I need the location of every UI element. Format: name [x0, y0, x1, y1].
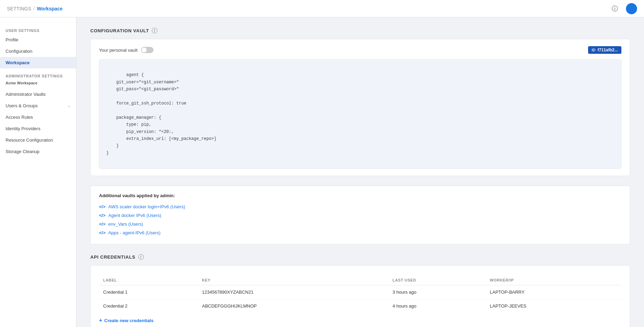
vault-id-label: ID	[592, 48, 595, 52]
api-credentials-title: API CREDENTIALS i	[90, 254, 630, 260]
configuration-vault-title: CONFIGURATION VAULT i	[90, 28, 630, 33]
api-credentials-card: LABEL KEY LAST USED WORKER/IP Credential…	[90, 265, 630, 327]
help-icon: ⓘ	[612, 5, 618, 13]
vault-id-value: f711afb2...	[597, 48, 618, 52]
help-button[interactable]: ⓘ	[609, 3, 620, 14]
additional-vaults-card: Additional vaults applied by admin: </> …	[90, 186, 630, 244]
user-settings-label: USER SETTINGS	[0, 23, 76, 34]
admin-settings-label: ADMINISTRATOR SETTINGS	[0, 68, 76, 79]
breadcrumb-separator: /	[33, 6, 35, 11]
admin-workspace-name: Acme Workspace	[0, 79, 76, 89]
sidebar: USER SETTINGS Profile Configuration Work…	[0, 17, 76, 327]
sidebar-item-identity-providers[interactable]: Identity Providers	[0, 123, 76, 134]
api-credentials-title-text: API CREDENTIALS	[90, 254, 135, 260]
avatar-icon: 👤	[628, 5, 635, 12]
breadcrumb-active: Workspace	[37, 6, 63, 11]
header-icons: ⓘ 👤	[609, 3, 637, 14]
sidebar-item-label-admin-vaults: Administrator Vaults	[6, 92, 46, 97]
vault-link-0[interactable]: </> AWS scaler docker login+IPv6 (Users)	[99, 202, 621, 211]
table-row: Credential 2 ABCDEFGGGHIJKLMNOP 4 hours …	[99, 299, 621, 313]
configuration-vault-title-text: CONFIGURATION VAULT	[90, 28, 149, 33]
vault-link-label-1: Agent docker IPv6 (Users)	[108, 213, 161, 218]
vault-id-badge: ID f711afb2...	[588, 46, 621, 54]
cred-worker-1: LAPTOP-JEEVES	[486, 299, 621, 313]
breadcrumb-root: SETTINGS	[7, 6, 31, 11]
sidebar-item-workspace[interactable]: Workspace	[0, 57, 76, 68]
th-worker: WORKER/IP	[486, 275, 621, 285]
cred-key-0: 1234567890XYZABCN21	[198, 285, 389, 299]
vault-link-1[interactable]: </> Agent docker IPv6 (Users)	[99, 211, 621, 220]
vault-link-label-2: env_Vars (Users)	[108, 221, 143, 227]
table-header-row: LABEL KEY LAST USED WORKER/IP	[99, 275, 621, 285]
user-avatar[interactable]: 👤	[626, 3, 637, 14]
chevron-down-icon: ⌄	[67, 103, 71, 108]
sidebar-item-profile[interactable]: Profile	[0, 34, 76, 45]
sidebar-item-resource-configuration[interactable]: Resource Configuration	[0, 134, 76, 146]
cred-last-used-1: 4 hours ago	[388, 299, 486, 313]
sidebar-item-configuration[interactable]: Configuration	[0, 45, 76, 57]
configuration-vault-info-icon[interactable]: i	[152, 28, 157, 33]
layout: USER SETTINGS Profile Configuration Work…	[0, 17, 644, 327]
table-row: Credential 1 1234567890XYZABCN21 3 hours…	[99, 285, 621, 299]
vault-link-2[interactable]: </> env_Vars (Users)	[99, 220, 621, 228]
sidebar-item-storage-cleanup[interactable]: Storage Cleanup	[0, 146, 76, 157]
sidebar-item-label-identity-providers: Identity Providers	[6, 126, 40, 131]
sidebar-item-administrator-vaults[interactable]: Administrator Vaults	[0, 89, 76, 100]
th-label: LABEL	[99, 275, 198, 285]
toggle-knob	[142, 48, 147, 52]
sidebar-item-label-access-rules: Access Rules	[6, 115, 33, 120]
create-credentials-label: Create new credentials	[104, 318, 154, 323]
plus-icon: +	[99, 318, 102, 323]
vault-link-label-0: AWS scaler docker login+IPv6 (Users)	[108, 204, 185, 209]
api-credentials-info-icon[interactable]: i	[138, 254, 144, 260]
api-credentials-table: LABEL KEY LAST USED WORKER/IP Credential…	[99, 275, 621, 313]
sidebar-item-label-resource-configuration: Resource Configuration	[6, 137, 53, 143]
sidebar-item-access-rules[interactable]: Access Rules	[0, 111, 76, 123]
vault-toggle-group: Your personal vault	[99, 47, 154, 53]
th-key: KEY	[198, 275, 389, 285]
sidebar-item-users-groups[interactable]: Users & Groups ⌄	[0, 100, 76, 111]
code-icon-2: </>	[99, 221, 106, 227]
code-icon-1: </>	[99, 213, 106, 218]
top-header: SETTINGS / Workspace ⓘ 👤	[0, 0, 644, 17]
code-icon-0: </>	[99, 204, 106, 209]
cred-key-1: ABCDEFGGGHIJKLMNOP	[198, 299, 389, 313]
cred-label-0: Credential 1	[99, 285, 198, 299]
personal-vault-toggle[interactable]	[141, 47, 154, 53]
sidebar-item-label-storage-cleanup: Storage Cleanup	[6, 149, 40, 154]
vault-code-content: agent { git_user="<git_username>" git_pa…	[106, 73, 216, 155]
vault-toggle-row: Your personal vault ID f711afb2...	[99, 46, 621, 54]
sidebar-item-label-configuration: Configuration	[6, 49, 32, 54]
sidebar-item-label-workspace: Workspace	[6, 60, 30, 65]
vault-link-label-3: Apps - agent-IPv6 (Users)	[108, 230, 160, 235]
create-credentials-button[interactable]: + Create new credentials	[99, 318, 154, 323]
personal-vault-card: Your personal vault ID f711afb2... agent…	[90, 39, 630, 176]
vault-links-list: </> AWS scaler docker login+IPv6 (Users)…	[99, 202, 621, 237]
cred-worker-0: LAPTOP-BARRY	[486, 285, 621, 299]
sidebar-item-label-users-groups: Users & Groups	[6, 103, 38, 108]
main-content: CONFIGURATION VAULT i Your personal vaul…	[76, 17, 644, 327]
cred-label-1: Credential 2	[99, 299, 198, 313]
vault-link-3[interactable]: </> Apps - agent-IPv6 (Users)	[99, 228, 621, 237]
vault-code-block: agent { git_user="<git_username>" git_pa…	[99, 59, 621, 169]
personal-vault-label: Your personal vault	[99, 48, 138, 53]
th-last-used: LAST USED	[388, 275, 486, 285]
breadcrumb: SETTINGS / Workspace	[7, 6, 63, 11]
cred-last-used-0: 3 hours ago	[388, 285, 486, 299]
sidebar-item-label-profile: Profile	[6, 37, 18, 42]
additional-vaults-label: Additional vaults applied by admin:	[99, 193, 621, 198]
code-icon-3: </>	[99, 230, 106, 235]
